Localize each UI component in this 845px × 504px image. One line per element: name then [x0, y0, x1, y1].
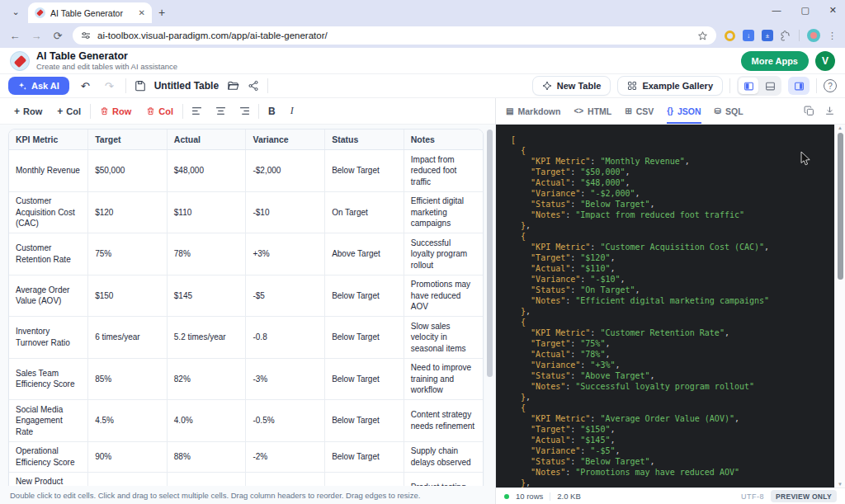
browser-tab[interactable]: AI Table Generator ✕: [28, 2, 152, 23]
table-cell[interactable]: $120: [88, 191, 168, 233]
window-close-button[interactable]: ✕: [829, 5, 837, 16]
table-cell[interactable]: $48,000: [167, 150, 246, 192]
bold-button[interactable]: B: [262, 103, 281, 120]
table-column-header[interactable]: Variance: [246, 130, 325, 150]
table-cell[interactable]: Below Target: [325, 358, 404, 400]
address-input[interactable]: ai-toolbox.visual-paradigm.com/app/ai-ta…: [73, 26, 716, 45]
align-right-button[interactable]: [234, 103, 255, 119]
add-row-button[interactable]: +Row: [8, 102, 48, 120]
table-cell[interactable]: Content strategy needs refinement: [404, 400, 483, 442]
table-column-header[interactable]: KPI Metric: [9, 130, 88, 150]
table-cell[interactable]: 6 times/year: [88, 317, 168, 359]
table-cell[interactable]: Operational Efficiency Score: [9, 441, 88, 472]
redo-icon[interactable]: ↷: [101, 78, 117, 94]
table-column-header[interactable]: Target: [88, 130, 168, 150]
table-cell[interactable]: 4.0%: [167, 400, 246, 442]
code-scrollbar-thumb[interactable]: [838, 133, 843, 280]
ask-ai-button[interactable]: Ask AI: [8, 77, 69, 95]
table-cell[interactable]: Customer Retention Rate: [9, 233, 88, 276]
table-cell[interactable]: -0.8: [246, 317, 325, 359]
forward-icon[interactable]: →: [30, 30, 43, 42]
table-cell[interactable]: 82%: [167, 358, 246, 400]
user-avatar[interactable]: V: [815, 51, 835, 71]
table-cell[interactable]: Social Media Engagement Rate: [9, 400, 88, 442]
table-column-header[interactable]: Notes: [404, 130, 483, 150]
table-cell[interactable]: Above Target: [325, 233, 404, 276]
table-cell[interactable]: Promotions may have reduced AOV: [404, 275, 483, 317]
save-icon[interactable]: [135, 80, 146, 92]
share-icon[interactable]: [248, 80, 259, 92]
site-settings-tune-icon[interactable]: [81, 31, 91, 40]
table-cell[interactable]: $150: [88, 275, 168, 317]
table-cell[interactable]: 55%: [167, 472, 246, 486]
table-cell[interactable]: On Target: [325, 191, 404, 233]
table-cell[interactable]: Successful loyalty program rollout: [404, 233, 483, 276]
table-cell[interactable]: -2%: [246, 441, 325, 472]
json-preview-code[interactable]: [ { "KPI Metric": "Monthly Revenue", "Ta…: [496, 125, 834, 488]
split-vertical-layout-button[interactable]: [739, 78, 758, 94]
extension-arrow-icon[interactable]: ±: [762, 30, 773, 41]
export-tab-markdown[interactable]: ▤Markdown: [506, 98, 560, 124]
export-tab-csv[interactable]: ⊞CSV: [625, 98, 654, 124]
export-tab-sql[interactable]: ⛁SQL: [715, 98, 744, 124]
document-title[interactable]: Untitled Table: [154, 80, 219, 92]
table-cell[interactable]: $50,000: [88, 150, 168, 192]
table-column-header[interactable]: Status: [325, 130, 404, 150]
extension-download-icon[interactable]: ↓: [743, 30, 754, 41]
tab-search-chevron-icon[interactable]: ⌄: [7, 2, 25, 21]
table-cell[interactable]: -$10: [246, 191, 325, 233]
reload-icon[interactable]: ⟳: [51, 30, 64, 42]
export-tab-html[interactable]: <>HTML: [574, 98, 611, 124]
scroll-down-icon[interactable]: ▼: [838, 482, 843, 487]
table-cell[interactable]: Below Target: [325, 441, 404, 472]
tab-close-icon[interactable]: ✕: [139, 8, 145, 17]
table-cell[interactable]: Below Target: [325, 275, 404, 317]
table-cell[interactable]: $110: [167, 191, 246, 233]
table-cell[interactable]: 60%: [88, 472, 168, 486]
align-left-button[interactable]: [186, 103, 207, 119]
table-cell[interactable]: Inventory Turnover Ratio: [9, 317, 88, 359]
add-column-button[interactable]: +Col: [51, 102, 87, 120]
table-cell[interactable]: Supply chain delays observed: [404, 441, 483, 472]
table-cell[interactable]: 78%: [167, 233, 246, 276]
table-cell[interactable]: Below Target: [325, 400, 404, 442]
table-cell[interactable]: -$5: [246, 275, 325, 317]
table-cell[interactable]: Slow sales velocity in seasonal items: [404, 317, 483, 359]
table-column-header[interactable]: Actual: [167, 130, 246, 150]
code-scrollbar[interactable]: ▲ ▼: [834, 125, 845, 488]
table-cell[interactable]: Below Target: [325, 150, 404, 192]
help-icon[interactable]: ?: [824, 79, 837, 92]
browser-profile-avatar[interactable]: [807, 29, 820, 42]
table-cell[interactable]: -0.5%: [246, 400, 325, 442]
table-cell[interactable]: +3%: [246, 233, 325, 276]
more-apps-button[interactable]: More Apps: [741, 51, 809, 71]
table-cell[interactable]: Impact from reduced foot traffic: [404, 150, 483, 192]
italic-button[interactable]: I: [285, 102, 300, 120]
table-cell[interactable]: Below Target: [325, 472, 404, 486]
new-tab-button[interactable]: +: [158, 6, 165, 19]
table-cell[interactable]: 4.5%: [88, 400, 168, 442]
table-cell[interactable]: -$2,000: [246, 150, 325, 192]
table-cell[interactable]: 85%: [88, 358, 168, 400]
window-maximize-button[interactable]: ▢: [800, 5, 809, 16]
table-cell[interactable]: New Product Launch Success Rate: [9, 472, 88, 486]
export-tab-json[interactable]: {}JSON: [667, 98, 701, 124]
table-cell[interactable]: 75%: [88, 233, 168, 276]
table-cell[interactable]: Efficient digital marketing campaigns: [404, 191, 483, 233]
new-table-button[interactable]: New Table: [532, 76, 611, 96]
window-minimize-button[interactable]: —: [772, 5, 781, 16]
table-cell[interactable]: 90%: [88, 441, 168, 472]
table-cell[interactable]: Average Order Value (AOV): [9, 275, 88, 317]
table-cell[interactable]: Sales Team Efficiency Score: [9, 358, 88, 400]
table-cell[interactable]: Product testing phase delayed: [404, 472, 483, 486]
table-scrollbar[interactable]: [487, 130, 493, 377]
table-cell[interactable]: -5%: [246, 472, 325, 486]
back-icon[interactable]: ←: [8, 30, 21, 42]
table-cell[interactable]: $145: [167, 275, 246, 317]
data-table[interactable]: KPI MetricTargetActualVarianceStatusNote…: [9, 130, 483, 486]
delete-column-button[interactable]: Col: [140, 103, 179, 120]
toggle-preview-panel-button[interactable]: [788, 77, 810, 95]
undo-icon[interactable]: ↶: [78, 78, 93, 94]
copy-icon[interactable]: [804, 106, 814, 116]
extension-circle-icon[interactable]: [725, 31, 735, 41]
